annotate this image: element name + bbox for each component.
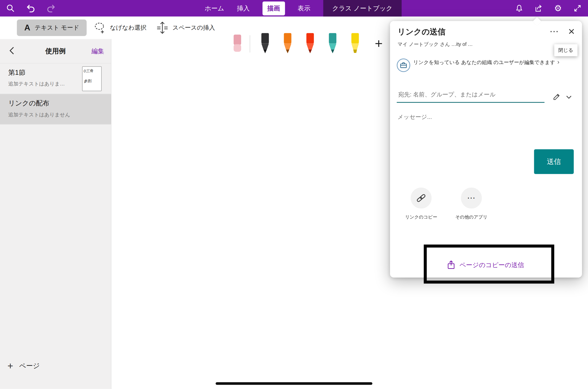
ribbon-tabs: ホーム 挿入 描画 表示 クラス ノートブック [205, 0, 402, 16]
message-input[interactable] [397, 113, 520, 121]
page-title: リンクの配布 [8, 99, 49, 108]
recipient-input[interactable] [397, 91, 544, 98]
permission-scope-icon [397, 59, 410, 72]
text-mode-button[interactable]: A テキスト モード [17, 19, 87, 36]
ellipsis-icon: ⋯ [467, 193, 476, 203]
page-subtitle: 追加テキストはありま… [8, 81, 65, 87]
notebook-name-subtitle: マイ ノートブック さん …ity of … [397, 41, 473, 48]
recipient-field-container [397, 89, 544, 103]
page-list-item-2-selected[interactable]: リンクの配布 追加テキストはありません [0, 94, 111, 124]
thumbnail-handwriting-line2: 参割. [83, 78, 100, 83]
page-title: 第1節 [8, 68, 25, 77]
tab-view[interactable]: 表示 [298, 4, 310, 13]
other-apps-button[interactable]: ⋯ [461, 188, 482, 209]
eraser-tool[interactable] [232, 34, 242, 53]
edit-link[interactable]: 編集 [91, 47, 104, 56]
tab-class-notebook[interactable]: クラス ノートブック [323, 0, 401, 16]
topbar-right-icons: ⚙ [511, 0, 586, 16]
edit-permission-pencil-icon[interactable] [551, 91, 563, 102]
dialog-title: リンクの送信 [397, 27, 445, 37]
copy-link-button[interactable] [411, 188, 432, 209]
search-icon[interactable] [2, 0, 19, 16]
page-thumbnail: 0三角 参割. [82, 66, 102, 91]
app-screenshot: ホーム 挿入 描画 表示 クラス ノートブック ⚙ A テキスト モード [0, 0, 588, 389]
share-icon[interactable] [530, 0, 547, 16]
pen-teal[interactable] [327, 33, 338, 54]
send-link-dialog: リンクの送信 ⋯ × 閉じる マイ ノートブック さん …ity of … リン… [390, 21, 582, 277]
toolbar-divider [250, 35, 250, 52]
send-page-copy-button[interactable]: ページのコピーの送信 [431, 256, 540, 274]
home-indicator-bar [216, 382, 372, 385]
notifications-bell-icon[interactable] [511, 0, 527, 16]
page-subtitle: 追加テキストはありません [8, 111, 70, 118]
tab-home[interactable]: ホーム [205, 4, 224, 13]
plus-icon: + [7, 361, 13, 371]
dialog-more-options-icon[interactable]: ⋯ [547, 25, 561, 37]
thumbnail-handwriting-line1: 0三角 [83, 68, 100, 74]
close-tooltip: 閉じる [554, 44, 578, 56]
pen-red[interactable] [304, 33, 316, 54]
add-page-button[interactable]: + ページ [7, 361, 40, 371]
briefcase-icon [399, 61, 408, 69]
add-page-label: ページ [19, 361, 40, 370]
tab-insert[interactable]: 挿入 [237, 4, 250, 13]
other-apps-label: その他のアプリ [445, 214, 498, 221]
permission-text: リンクを知っている あなたの組織 のユーザーが編集できます [413, 60, 555, 65]
text-mode-label: テキスト モード [35, 24, 79, 32]
link-permission-setting[interactable]: リンクを知っている あなたの組織 のユーザーが編集できます› [413, 58, 563, 66]
message-field-container [397, 113, 520, 121]
pen-black[interactable] [260, 33, 271, 54]
chevron-right-icon: › [557, 59, 559, 65]
dialog-close-icon[interactable]: × [564, 24, 579, 39]
page-list-sidebar: 使用例 編集 第1節 追加テキストはありま… 0三角 参割. リンクの配布 追加… [0, 39, 111, 389]
sidebar-header: 使用例 編集 [0, 39, 111, 62]
pen-orange[interactable] [282, 33, 293, 54]
recipient-chevron-down-icon[interactable] [564, 92, 574, 102]
fullscreen-expand-icon[interactable] [569, 0, 586, 16]
send-page-copy-label: ページのコピーの送信 [459, 260, 524, 269]
copy-link-label: リンクのコピー [395, 214, 447, 221]
page-list-item-1[interactable]: 第1節 追加テキストはありま… 0三角 参割. [0, 63, 111, 94]
redo-icon[interactable] [43, 0, 59, 16]
link-icon [416, 193, 426, 203]
lasso-icon [93, 21, 106, 34]
onenote-app: ホーム 挿入 描画 表示 クラス ノートブック ⚙ A テキスト モード [0, 0, 588, 389]
undo-icon[interactable] [22, 0, 39, 16]
insert-space-label: スペースの挿入 [172, 24, 215, 32]
insert-space-icon [156, 21, 169, 34]
highlighter-yellow[interactable] [350, 33, 361, 54]
lasso-label: なげなわ選択 [110, 24, 147, 32]
settings-gear-icon[interactable]: ⚙ [550, 0, 566, 16]
lasso-select-button[interactable]: なげなわ選択 [93, 19, 146, 36]
send-button[interactable]: 送信 [534, 149, 574, 174]
insert-space-button[interactable]: スペースの挿入 [156, 19, 215, 36]
tab-draw[interactable]: 描画 [262, 1, 285, 15]
text-mode-icon: A [24, 23, 30, 33]
top-app-bar: ホーム 挿入 描画 表示 クラス ノートブック ⚙ [0, 0, 588, 16]
add-pen-button[interactable]: + [370, 35, 387, 52]
share-upload-icon [447, 260, 455, 269]
